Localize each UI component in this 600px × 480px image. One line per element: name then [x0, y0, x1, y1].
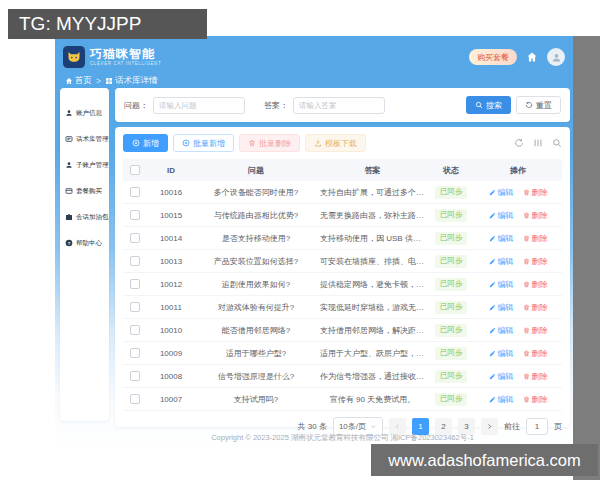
- cell-question: 信号增强原理是什么?: [195, 371, 317, 382]
- edit-button[interactable]: 编辑: [489, 394, 514, 405]
- cell-question: 与传统路由器相比优势?: [195, 210, 317, 221]
- column-settings-icon[interactable]: [533, 138, 543, 148]
- home-icon[interactable]: [526, 51, 538, 63]
- edit-icon: [489, 373, 496, 380]
- page-button-3[interactable]: 3: [458, 418, 475, 435]
- select-all-checkbox[interactable]: [130, 165, 140, 175]
- trash-icon: [523, 396, 530, 403]
- edit-icon: [489, 396, 496, 403]
- delete-button[interactable]: 删除: [523, 394, 548, 405]
- edit-icon: [489, 258, 496, 265]
- row-checkbox[interactable]: [130, 394, 140, 404]
- cell-id: 10007: [147, 395, 195, 404]
- question-input[interactable]: [153, 97, 245, 114]
- breadcrumb-home-icon: [65, 77, 73, 85]
- avatar[interactable]: [547, 48, 565, 66]
- chevron-down-icon: [370, 423, 377, 430]
- buy-package-badge[interactable]: 购买套餐: [469, 49, 517, 65]
- plus-circle-icon: [132, 139, 140, 147]
- sidebar-item-help-center[interactable]: ? 帮助中心: [60, 230, 109, 256]
- col-header-answer: 答案: [317, 165, 428, 176]
- refresh-icon[interactable]: [514, 138, 524, 148]
- row-checkbox[interactable]: [130, 210, 140, 220]
- edit-button[interactable]: 编辑: [489, 371, 514, 382]
- delete-button[interactable]: 删除: [523, 187, 548, 198]
- status-badge: 已同步: [435, 370, 468, 383]
- add-button[interactable]: 新增: [123, 134, 168, 152]
- search-icon: [475, 101, 483, 109]
- row-checkbox[interactable]: [130, 302, 140, 312]
- edit-button[interactable]: 编辑: [489, 302, 514, 313]
- trash-icon: [523, 258, 530, 265]
- row-checkbox[interactable]: [130, 325, 140, 335]
- question-label: 问题：: [124, 100, 148, 111]
- row-checkbox[interactable]: [130, 187, 140, 197]
- edit-button[interactable]: 编辑: [489, 187, 514, 198]
- template-download-button[interactable]: 模板下载: [305, 134, 366, 152]
- row-checkbox[interactable]: [130, 348, 140, 358]
- cell-id: 10010: [147, 326, 195, 335]
- search-button[interactable]: 搜索: [466, 96, 511, 114]
- delete-button[interactable]: 删除: [523, 348, 548, 359]
- edit-button[interactable]: 编辑: [489, 233, 514, 244]
- cell-answer: 宣传有 90 天免费试用。: [317, 394, 428, 405]
- sidebar-item-package-purchase[interactable]: 套餐购买: [60, 178, 109, 204]
- subaccount-icon: [65, 161, 73, 169]
- breadcrumb-home[interactable]: 首页: [65, 75, 92, 87]
- sidebar-item-subaccounts[interactable]: 子账户管理: [60, 152, 109, 178]
- trash-icon: [523, 327, 530, 334]
- goto-page-input[interactable]: [526, 418, 548, 435]
- cell-question: 能否借用邻居网络?: [195, 325, 317, 336]
- cell-question: 多个设备能否同时使用?: [195, 187, 317, 198]
- table-row: 10013 产品安装位置如何选择? 可安装在墙插座、排插、电脑 USB 接口等位…: [123, 250, 562, 273]
- page-button-2[interactable]: 2: [435, 418, 452, 435]
- status-badge: 已同步: [435, 232, 468, 245]
- chevron-left-icon: [394, 423, 401, 430]
- cell-answer: 支持移动使用，因 USB 供电，可搭配移动电...: [317, 233, 428, 244]
- delete-button[interactable]: 删除: [523, 210, 548, 221]
- row-checkbox[interactable]: [130, 279, 140, 289]
- delete-button[interactable]: 删除: [523, 325, 548, 336]
- row-checkbox[interactable]: [130, 371, 140, 381]
- sidebar-item-script-library[interactable]: 话术库管理: [60, 126, 109, 152]
- next-page-button[interactable]: [481, 418, 498, 435]
- table-card: 新增 批量新增 批量删除 模板下载: [115, 127, 570, 427]
- search-toggle-icon[interactable]: [552, 138, 562, 148]
- row-checkbox[interactable]: [130, 256, 140, 266]
- batch-add-button[interactable]: 批量新增: [173, 134, 234, 152]
- edit-button[interactable]: 编辑: [489, 325, 514, 336]
- page-button-1[interactable]: 1: [412, 418, 429, 435]
- edit-button[interactable]: 编辑: [489, 279, 514, 290]
- status-badge: 已同步: [435, 186, 468, 199]
- batch-delete-button[interactable]: 批量删除: [239, 134, 300, 152]
- table-row: 10016 多个设备能否同时使用? 支持自由扩展，可通过多个设备搭配使用，全..…: [123, 181, 562, 204]
- trash-icon: [523, 189, 530, 196]
- edit-button[interactable]: 编辑: [489, 256, 514, 267]
- row-checkbox[interactable]: [130, 233, 140, 243]
- sidebar-item-session-pack[interactable]: 会话加油包: [60, 204, 109, 230]
- breadcrumb-current: 话术库详情: [105, 75, 158, 87]
- table-row: 10008 信号增强原理是什么? 作为信号增强器，通过接收主路由信号并放大...…: [123, 365, 562, 388]
- delete-button[interactable]: 删除: [523, 371, 548, 382]
- delete-button[interactable]: 删除: [523, 279, 548, 290]
- delete-button[interactable]: 删除: [523, 256, 548, 267]
- col-header-question: 问题: [195, 165, 317, 176]
- cell-id: 10015: [147, 211, 195, 220]
- sidebar-item-account-info[interactable]: 账户信息: [60, 100, 109, 126]
- help-icon: ?: [65, 239, 73, 247]
- delete-button[interactable]: 删除: [523, 233, 548, 244]
- plus-circle-icon: [182, 139, 190, 147]
- cell-answer: 无需更换路由器，弥补主路由覆盖不足，即插...: [317, 210, 428, 221]
- status-badge: 已同步: [435, 209, 468, 222]
- trash-icon: [523, 281, 530, 288]
- delete-button[interactable]: 删除: [523, 302, 548, 313]
- edit-icon: [489, 281, 496, 288]
- reset-button[interactable]: 重置: [516, 96, 561, 114]
- edit-button[interactable]: 编辑: [489, 348, 514, 359]
- answer-input[interactable]: [293, 97, 385, 114]
- prev-page-button[interactable]: [389, 418, 406, 435]
- trash-icon: [523, 304, 530, 311]
- edit-button[interactable]: 编辑: [489, 210, 514, 221]
- cell-question: 追剧使用效果如何?: [195, 279, 317, 290]
- table-header: ID 问题 答案 状态 操作: [123, 159, 562, 181]
